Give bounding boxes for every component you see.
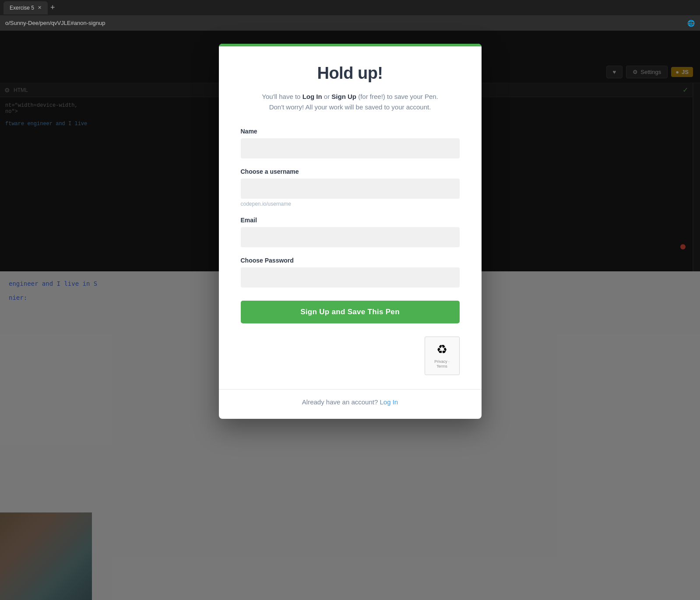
recaptcha-icon: ♻	[436, 342, 447, 357]
modal-body: Hold up! You'll have to Log In or Sign U…	[219, 46, 482, 380]
subtitle-text-2: or	[322, 93, 332, 100]
modal-footer: Already have an account? Log In	[219, 398, 482, 419]
modal-overlay: Hold up! You'll have to Log In or Sign U…	[0, 31, 700, 600]
email-label: Email	[241, 217, 460, 224]
tab-bar: Exercise 5 ✕ +	[0, 0, 700, 15]
username-group: Choose a username codepen.io/username	[241, 168, 460, 207]
address-bar[interactable]: o/Sunny-Dee/pen/qvVJLE#anon-signup 🌐	[0, 15, 700, 31]
modal-title: Hold up!	[241, 64, 460, 83]
browser-chrome: Exercise 5 ✕ + o/Sunny-Dee/pen/qvVJLE#an…	[0, 0, 700, 31]
signup-modal: Hold up! You'll have to Log In or Sign U…	[219, 44, 482, 419]
modal-subtitle: You'll have to Log In or Sign Up (for fr…	[241, 91, 460, 112]
modal-divider	[219, 389, 482, 389]
name-label: Name	[241, 128, 460, 135]
username-label: Choose a username	[241, 168, 460, 175]
recaptcha-widget: ♻ Privacy · Terms	[425, 337, 460, 375]
subtitle-text-3: (for free!) to save your Pen.	[356, 93, 438, 100]
password-label: Choose Password	[241, 257, 460, 264]
username-hint: codepen.io/username	[241, 201, 460, 207]
address-text: o/Sunny-Dee/pen/qvVJLE#anon-signup	[5, 20, 105, 26]
tab-title: Exercise 5	[10, 5, 34, 11]
signup-link-inline: Sign Up	[331, 93, 356, 100]
active-tab[interactable]: Exercise 5 ✕	[4, 1, 48, 14]
username-input[interactable]	[241, 179, 460, 199]
name-input[interactable]	[241, 138, 460, 158]
login-link-inline: Log In	[303, 93, 322, 100]
tab-close-icon[interactable]: ✕	[38, 5, 42, 11]
password-input[interactable]	[241, 267, 460, 288]
already-account-text: Already have an account?	[302, 398, 378, 406]
accessibility-icon: 🌐	[687, 20, 695, 27]
new-tab-icon[interactable]: +	[50, 3, 55, 12]
email-group: Email	[241, 217, 460, 247]
password-group: Choose Password	[241, 257, 460, 288]
login-link[interactable]: Log In	[380, 398, 398, 406]
subtitle-text-1: You'll have to	[262, 93, 302, 100]
subtitle-line2: Don't worry! All your work will be saved…	[269, 103, 431, 111]
name-group: Name	[241, 128, 460, 158]
email-input[interactable]	[241, 227, 460, 247]
recaptcha-text: Privacy · Terms	[432, 359, 452, 369]
signup-submit-button[interactable]: Sign Up and Save This Pen	[241, 301, 460, 323]
